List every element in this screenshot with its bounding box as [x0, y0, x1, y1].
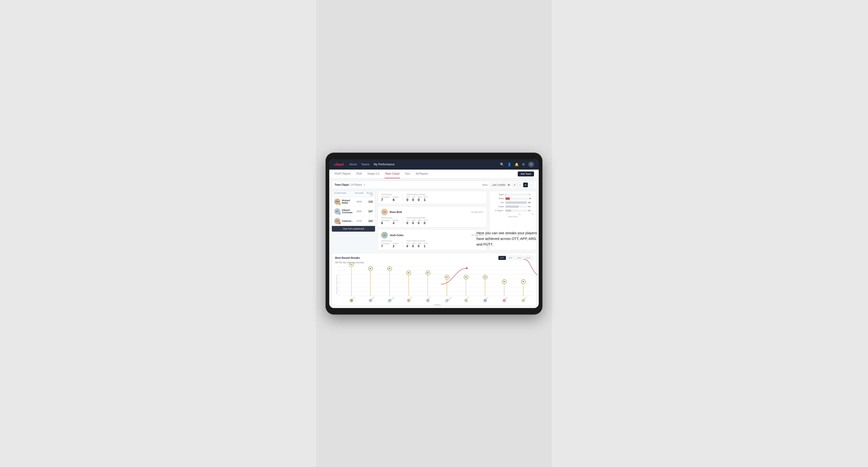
- josh-ott-val: 0: [406, 244, 410, 248]
- ott-group: OTT 0: [406, 196, 410, 201]
- app-filter-btn[interactable]: APP: [507, 256, 515, 260]
- card-view-btn[interactable]: ⊟: [523, 183, 528, 187]
- x-label-4: R. Britt: [418, 296, 437, 303]
- streaks-section: Best Round Streaks OTT APP ARG PUTT Off …: [332, 253, 536, 306]
- show-label: Show: [482, 184, 488, 186]
- player-2-pb-avg: 107: [364, 210, 373, 213]
- tab-hcaps[interactable]: Hcaps 1-5: [367, 169, 380, 178]
- bar-bogeys-label: Bogeys: [492, 206, 505, 207]
- y-axis-numbers: 7 6 5 4 3 2 1 0: [339, 266, 342, 303]
- x-label-2: D. Billingham: [380, 296, 399, 303]
- practice-rounds: Practice 6: [393, 196, 399, 201]
- player-2-badge: 2: [338, 212, 341, 215]
- ott-filter-btn[interactable]: OTT: [498, 256, 506, 260]
- person-icon[interactable]: 👤: [507, 162, 512, 166]
- rees-ott-val: 0: [406, 221, 410, 225]
- annotation-container: Here you can see streaks your players ha…: [476, 230, 538, 247]
- tab-pgat-players[interactable]: PGAT Players: [334, 169, 351, 178]
- player-3-pb-score: 17/20: [354, 220, 364, 222]
- tab-all-players[interactable]: All Players: [415, 169, 429, 178]
- period-filter[interactable]: Last 3 months: [489, 183, 511, 187]
- bar-eagles-label: Eagles: [492, 194, 505, 195]
- bell-icon[interactable]: 🔔: [515, 162, 519, 166]
- rees-activities-breakdown: OTT0 APP0 ARG0 PUTT0: [406, 220, 428, 225]
- edit-icon[interactable]: ✎: [364, 184, 365, 186]
- total-rounds-label: Total Rounds: [381, 193, 399, 195]
- sub-nav: PGAT Players PGA Hcaps 1-5 Team Clippd T…: [329, 169, 539, 179]
- y-axis-title: Best Streak, Fairway Accuracy: [336, 275, 338, 294]
- josh-arg-label: ARG: [418, 243, 421, 244]
- nav-my-performance[interactable]: My Performance: [374, 162, 395, 167]
- putt-label: PUTT: [424, 196, 428, 198]
- user-avatar[interactable]: U: [528, 161, 534, 167]
- list-view-btn[interactable]: ≡: [518, 183, 522, 187]
- y-label-6: 6: [339, 270, 342, 272]
- streaks-subtitle: Off The Tee, Fairway Accuracy: [335, 261, 533, 264]
- x-label-1: B. McHerg: [361, 296, 380, 303]
- putt-group: PUTT 1: [424, 196, 428, 201]
- y-label-0: 0: [339, 294, 342, 296]
- x-label-9: C. Quick: [514, 296, 533, 303]
- player-2-name: Edward Crossman: [342, 209, 354, 214]
- rees-practice: Practice 4: [393, 220, 399, 225]
- player-3-name: Cameron...: [342, 220, 354, 222]
- josh-putt-val: 1: [424, 244, 428, 248]
- navbar: clippd Home Teams My Performance 🔍 👤 🔔 ⚙…: [329, 159, 539, 169]
- player-1-pb-avg: 110: [364, 200, 373, 203]
- axis-label-200: 200: [507, 214, 531, 215]
- x-axis-title: Players: [342, 304, 533, 306]
- view-toggle: ⊞ ≡ ⊟ ↕: [512, 183, 533, 187]
- josh-tournament-val: 7: [381, 244, 390, 248]
- nav-home[interactable]: Home: [349, 162, 357, 167]
- josh-rounds-group: Total Rounds Tournament7 Practice2: [381, 240, 399, 248]
- y-axis-title-container: Best Streak, Fairway Accuracy: [335, 266, 338, 303]
- josh-activities-group: Total Practice Activities OTT0 APP0 ARG0…: [406, 240, 428, 248]
- rees-app-val: 0: [412, 221, 415, 225]
- rees-practice-val: 4: [393, 221, 399, 225]
- tab-tour[interactable]: Tour: [404, 169, 410, 178]
- player-row-2[interactable]: EC 2 Edward Crossman 18/20 107: [332, 207, 375, 216]
- table-view-btn[interactable]: ↕: [529, 183, 533, 187]
- streak-chart-area: 7x6x6x5x5x4x4x4x3x3x E. EwartB. McHergD.…: [342, 266, 533, 303]
- player-1-avatar: RB 1: [334, 198, 340, 205]
- tab-pga[interactable]: PGA: [356, 169, 362, 178]
- nav-teams[interactable]: Teams: [361, 162, 369, 167]
- rees-app-label: APP: [412, 220, 415, 221]
- streak-columns: 7x6x6x5x5x4x4x4x3x3x: [342, 266, 533, 296]
- y-label-7: 7: [339, 266, 342, 268]
- josh-rounds-label: Total Rounds: [381, 240, 399, 242]
- bar-birdies-fill: [505, 197, 510, 200]
- bar-chart: Eagles 3 Birdies: [492, 193, 534, 218]
- grid-view-btn[interactable]: ⊞: [512, 183, 517, 187]
- activities-breakdown: OTT 0 APP 0: [406, 196, 428, 201]
- putt-filter-btn[interactable]: PUTT: [524, 256, 533, 260]
- settings-icon[interactable]: ⚙: [522, 162, 525, 166]
- view-leaderboard-button[interactable]: View Full Leaderboard: [332, 226, 375, 231]
- josh-divider: [402, 240, 403, 248]
- streaks-header: Best Round Streaks OTT APP ARG PUTT: [335, 256, 533, 260]
- tournament-value: 7: [381, 198, 390, 201]
- rees-tournament-label: Tournament: [381, 220, 390, 221]
- tab-team-clippd[interactable]: Team Clippd: [384, 169, 400, 178]
- player-row-1[interactable]: RB 1 Richard Butler 19/20 110: [332, 197, 375, 207]
- bar-eagles-track: [505, 193, 528, 196]
- josh-tournament-label: Tournament: [381, 243, 390, 244]
- streak-col-0: 7x: [342, 266, 361, 296]
- add-team-button[interactable]: Add Team: [518, 172, 534, 177]
- rounds-row: Total Rounds Tournament 7 Practice: [381, 193, 483, 201]
- arg-filter-btn[interactable]: ARG: [516, 256, 523, 260]
- bar-birdies-label: Birdies: [492, 198, 505, 199]
- bar-pars-fill: [505, 201, 527, 204]
- rees-name: Rees Britt: [390, 211, 471, 214]
- player-row-3[interactable]: CM 3 Cameron... 17/20 103: [332, 216, 375, 226]
- streaks-title: Best Round Streaks: [335, 256, 498, 259]
- search-icon[interactable]: 🔍: [500, 162, 504, 166]
- josh-rounds-breakdown: Tournament7 Practice2: [381, 243, 399, 248]
- streak-col-4: 5x: [418, 266, 437, 296]
- app-logo: clippd: [334, 162, 344, 166]
- bar-bogeys-track: [505, 206, 527, 208]
- rees-rounds-label: Total Rounds: [381, 217, 399, 219]
- team-info-bar: Team Clippd | 14 Players ✎ Show Last 3 m…: [332, 181, 536, 189]
- josh-practice-val: 2: [393, 244, 399, 248]
- josh-ott-label: OTT: [406, 243, 410, 244]
